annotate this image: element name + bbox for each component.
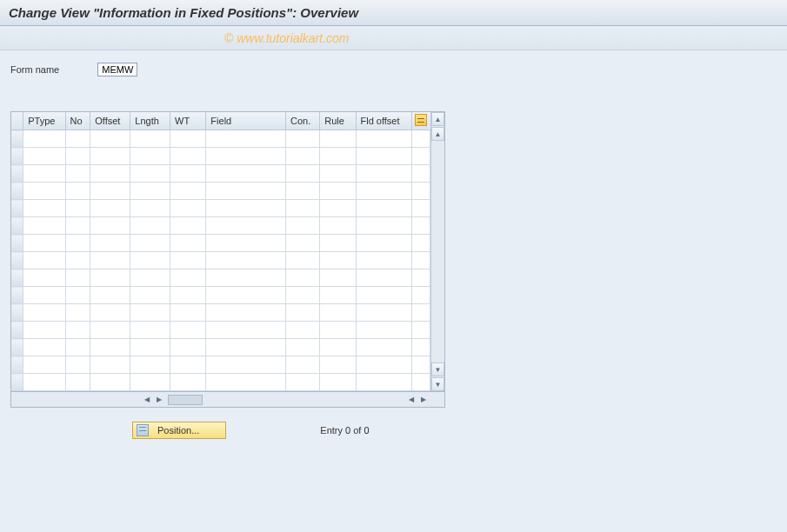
cell[interactable] xyxy=(23,217,65,235)
cell[interactable] xyxy=(130,130,170,148)
cell[interactable] xyxy=(65,322,90,339)
col-offset[interactable]: Offset xyxy=(90,112,130,130)
cell[interactable] xyxy=(286,322,320,339)
col-con[interactable]: Con. xyxy=(286,112,320,130)
cell[interactable] xyxy=(23,339,65,356)
table-row[interactable] xyxy=(11,304,430,322)
cell[interactable] xyxy=(320,322,356,339)
cell[interactable] xyxy=(90,130,130,148)
cell[interactable] xyxy=(23,252,65,269)
cell[interactable] xyxy=(170,252,206,269)
col-field[interactable]: Field xyxy=(206,112,286,130)
cell[interactable] xyxy=(206,165,286,183)
cell[interactable] xyxy=(23,200,65,217)
row-selector[interactable] xyxy=(11,269,23,287)
cell[interactable] xyxy=(130,339,170,356)
table-settings-icon[interactable] xyxy=(415,114,427,126)
cell[interactable] xyxy=(286,252,320,269)
col-lngth[interactable]: Lngth xyxy=(130,112,170,130)
cell[interactable] xyxy=(23,130,65,148)
table-row[interactable] xyxy=(11,235,430,252)
horizontal-scrollbar[interactable]: ◀ ▶ ◀ ▶ xyxy=(10,392,445,408)
cell[interactable] xyxy=(411,269,430,287)
col-fldoffset[interactable]: Fld offset xyxy=(356,112,411,130)
cell[interactable] xyxy=(206,148,286,165)
cell[interactable] xyxy=(320,148,356,165)
row-selector[interactable] xyxy=(11,287,23,304)
cell[interactable] xyxy=(206,217,286,235)
cell[interactable] xyxy=(356,269,411,287)
cell[interactable] xyxy=(286,339,320,356)
row-selector[interactable] xyxy=(11,374,23,391)
cell[interactable] xyxy=(170,269,206,287)
scroll-down-button-2[interactable]: ▼ xyxy=(431,362,444,376)
cell[interactable] xyxy=(130,374,170,391)
col-wt[interactable]: WT xyxy=(170,112,206,130)
cell[interactable] xyxy=(206,304,286,322)
cell[interactable] xyxy=(286,235,320,252)
table-row[interactable] xyxy=(11,374,430,391)
cell[interactable] xyxy=(90,165,130,183)
row-selector[interactable] xyxy=(11,148,23,165)
cell[interactable] xyxy=(65,269,90,287)
table-row[interactable] xyxy=(11,356,430,374)
cell[interactable] xyxy=(65,165,90,183)
cell[interactable] xyxy=(206,374,286,391)
cell[interactable] xyxy=(130,356,170,374)
table-row[interactable] xyxy=(11,252,430,269)
row-selector[interactable] xyxy=(11,165,23,183)
cell[interactable] xyxy=(206,252,286,269)
cell[interactable] xyxy=(170,304,206,322)
cell[interactable] xyxy=(411,304,430,322)
cell[interactable] xyxy=(130,165,170,183)
cell[interactable] xyxy=(411,130,430,148)
cell[interactable] xyxy=(320,183,356,200)
cell[interactable] xyxy=(206,200,286,217)
cell[interactable] xyxy=(130,217,170,235)
cell[interactable] xyxy=(286,200,320,217)
cell[interactable] xyxy=(65,148,90,165)
cell[interactable] xyxy=(206,287,286,304)
cell[interactable] xyxy=(411,374,430,391)
table-row[interactable] xyxy=(11,183,430,200)
cell[interactable] xyxy=(130,200,170,217)
cell[interactable] xyxy=(170,374,206,391)
cell[interactable] xyxy=(356,287,411,304)
cell[interactable] xyxy=(356,183,411,200)
cell[interactable] xyxy=(65,130,90,148)
cell[interactable] xyxy=(411,356,430,374)
cell[interactable] xyxy=(90,322,130,339)
cell[interactable] xyxy=(411,200,430,217)
cell[interactable] xyxy=(65,200,90,217)
row-selector[interactable] xyxy=(11,183,23,200)
col-ptype[interactable]: PType xyxy=(23,112,65,130)
cell[interactable] xyxy=(286,374,320,391)
cell[interactable] xyxy=(130,183,170,200)
row-selector[interactable] xyxy=(11,200,23,217)
cell[interactable] xyxy=(23,304,65,322)
cell[interactable] xyxy=(90,252,130,269)
cell[interactable] xyxy=(90,304,130,322)
cell[interactable] xyxy=(130,252,170,269)
cell[interactable] xyxy=(206,269,286,287)
cell[interactable] xyxy=(411,322,430,339)
cell[interactable] xyxy=(65,217,90,235)
cell[interactable] xyxy=(65,235,90,252)
row-selector[interactable] xyxy=(11,356,23,374)
cell[interactable] xyxy=(90,200,130,217)
cell[interactable] xyxy=(206,130,286,148)
cell[interactable] xyxy=(320,339,356,356)
cell[interactable] xyxy=(206,356,286,374)
scroll-thumb[interactable] xyxy=(168,395,203,405)
cell[interactable] xyxy=(356,165,411,183)
cell[interactable] xyxy=(130,235,170,252)
vertical-scrollbar[interactable]: ▲ ▲ ▼ ▼ xyxy=(430,112,444,391)
table-row[interactable] xyxy=(11,148,430,165)
cell[interactable] xyxy=(320,287,356,304)
col-no[interactable]: No xyxy=(65,112,90,130)
cell[interactable] xyxy=(286,183,320,200)
cell[interactable] xyxy=(320,200,356,217)
cell[interactable] xyxy=(130,322,170,339)
cell[interactable] xyxy=(356,148,411,165)
cell[interactable] xyxy=(286,269,320,287)
